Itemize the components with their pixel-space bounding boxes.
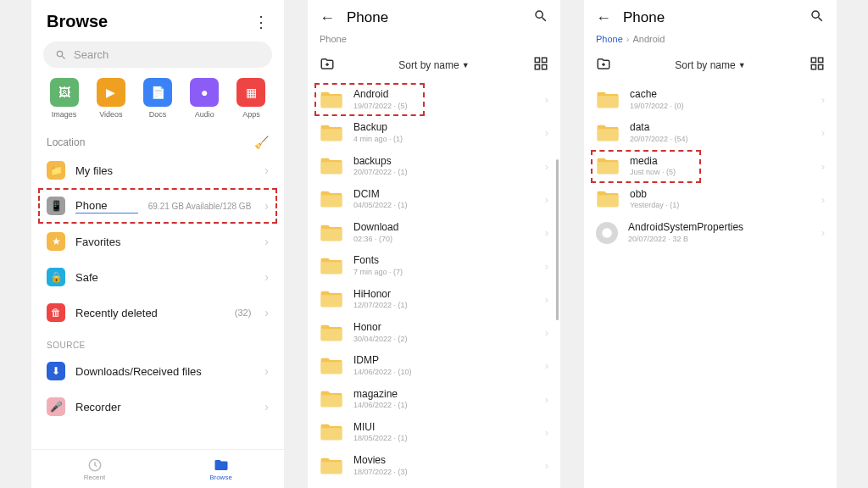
- file-item[interactable]: backups20/07/2022 · (1)›: [308, 150, 560, 183]
- chevron-right-icon: ›: [264, 270, 269, 284]
- file-item[interactable]: DCIM04/05/2022 · (1)›: [308, 183, 560, 216]
- folder-icon: [320, 423, 343, 441]
- chevron-right-icon: ›: [264, 364, 269, 378]
- chevron-right-icon: ›: [264, 235, 269, 248]
- category-docs[interactable]: 📄Docs: [136, 78, 178, 119]
- location-section-label: Location: [47, 136, 85, 148]
- chevron-right-icon: ›: [264, 164, 269, 177]
- file-item[interactable]: HiHonor12/07/2022 · (1)›: [308, 283, 560, 316]
- search-placeholder: Search: [74, 48, 108, 61]
- lock-icon: 🔒: [47, 268, 65, 286]
- chevron-right-icon: ›: [545, 326, 548, 339]
- panel-browse: Browse ⋮ Search 🖼Images▶Videos📄Docs●Audi…: [31, 0, 284, 488]
- file-item[interactable]: Android19/07/2022 · (5)›: [308, 83, 560, 116]
- svg-rect-6: [818, 58, 822, 62]
- category-audio[interactable]: ●Audio: [184, 78, 225, 119]
- folder-icon: 📁: [47, 161, 65, 180]
- search-icon: [55, 49, 67, 61]
- page-title: Phone: [347, 9, 521, 26]
- back-icon[interactable]: ←: [596, 9, 611, 27]
- search-icon[interactable]: [810, 8, 825, 27]
- chevron-right-icon: ›: [545, 93, 548, 106]
- chevron-right-icon: ›: [545, 426, 548, 439]
- folder-icon: [596, 91, 620, 109]
- download-icon: ⬇: [47, 362, 65, 380]
- file-item[interactable]: obbYesterday · (1)›: [584, 183, 837, 216]
- new-folder-icon[interactable]: [596, 56, 611, 75]
- file-item[interactable]: mediaJust now · (5)›: [584, 150, 837, 183]
- location-phone[interactable]: 📱Phone69.21 GB Available/128 GB›: [31, 188, 284, 224]
- file-item[interactable]: MIUI18/05/2022 · (1)›: [308, 416, 560, 449]
- grid-view-icon[interactable]: [810, 56, 825, 75]
- folder-icon: [320, 190, 343, 208]
- file-item[interactable]: Movies18/07/2022 · (3)›: [308, 449, 560, 482]
- search-input[interactable]: Search: [43, 42, 272, 68]
- panel-phone-root: ← Phone Phone Sort by name ▼ Android19/0…: [308, 0, 560, 488]
- chevron-right-icon: ›: [545, 359, 548, 372]
- nav-recent[interactable]: Recent: [31, 450, 158, 488]
- file-list: cache19/07/2022 · (0)›data20/07/2022 · (…: [584, 83, 837, 488]
- search-icon[interactable]: [533, 8, 548, 27]
- back-icon[interactable]: ←: [320, 9, 335, 27]
- file-item[interactable]: Honor30/04/2022 · (2)›: [308, 316, 560, 349]
- source-list: ⬇Downloads/Received files›🎤Recorder›: [31, 353, 284, 424]
- svg-rect-2: [542, 58, 546, 62]
- folder-icon: [320, 224, 343, 242]
- sort-dropdown[interactable]: Sort by name ▼: [675, 59, 745, 71]
- phone-icon: 📱: [47, 197, 65, 215]
- folder-icon: [320, 257, 343, 275]
- page-title: Phone: [623, 9, 798, 26]
- chevron-right-icon: ›: [821, 193, 825, 206]
- category-videos[interactable]: ▶Videos: [90, 78, 131, 119]
- svg-rect-7: [811, 65, 815, 69]
- chevron-right-icon: ›: [821, 93, 825, 106]
- cleanup-icon[interactable]: 🧹: [254, 136, 269, 149]
- more-menu-icon[interactable]: ⋮: [253, 13, 269, 31]
- location-favorites[interactable]: ★Favorites›: [31, 224, 284, 259]
- breadcrumb[interactable]: Phone: [308, 32, 560, 51]
- new-folder-icon[interactable]: [320, 56, 335, 75]
- file-item[interactable]: cache19/07/2022 · (0)›: [584, 83, 837, 116]
- category-images[interactable]: 🖼Images: [43, 78, 85, 119]
- location-recently-deleted[interactable]: 🗑Recently deleted(32)›: [31, 295, 284, 330]
- folder-icon: [320, 157, 343, 175]
- chevron-right-icon: ›: [264, 306, 269, 319]
- folder-icon: [320, 124, 343, 142]
- trash-icon: 🗑: [47, 303, 65, 322]
- location-safe[interactable]: 🔒Safe›: [31, 259, 284, 295]
- chevron-right-icon: ›: [264, 199, 269, 213]
- file-item[interactable]: Backup4 min ago · (1)›: [308, 116, 560, 149]
- file-item[interactable]: Music13/07/2022 · (2)›: [308, 482, 560, 488]
- grid-view-icon[interactable]: [533, 56, 548, 75]
- chevron-right-icon: ›: [821, 160, 825, 173]
- chevron-right-icon: ›: [821, 226, 825, 239]
- file-item[interactable]: Fonts7 min ago · (7)›: [308, 249, 560, 282]
- chevron-right-icon: ›: [545, 393, 548, 406]
- chevron-right-icon: ›: [545, 126, 548, 139]
- chevron-right-icon: ›: [545, 160, 548, 173]
- source-section-label: SOURCE: [31, 330, 284, 353]
- location-my-files[interactable]: 📁My files›: [31, 152, 284, 188]
- source-recorder[interactable]: 🎤Recorder›: [31, 389, 284, 424]
- svg-rect-4: [542, 65, 546, 69]
- breadcrumb[interactable]: Phone›Android: [584, 32, 837, 51]
- sort-dropdown[interactable]: Sort by name ▼: [398, 59, 469, 71]
- file-item[interactable]: Download02:36 · (70)›: [308, 216, 560, 249]
- folder-icon: [596, 124, 620, 142]
- folder-icon: [320, 457, 343, 475]
- file-item[interactable]: IDMP14/06/2022 · (10)›: [308, 349, 560, 382]
- file-item[interactable]: magazine14/06/2022 · (1)›: [308, 383, 560, 416]
- category-apps[interactable]: ▦Apps: [231, 78, 272, 119]
- svg-rect-3: [535, 65, 539, 69]
- folder-icon: [596, 157, 620, 175]
- source-downloads-received-files[interactable]: ⬇Downloads/Received files›: [31, 353, 284, 389]
- system-file-icon: [596, 222, 618, 244]
- clock-icon: [87, 458, 103, 473]
- page-title: Browse: [47, 12, 108, 31]
- folder-icon: [320, 324, 343, 342]
- file-item[interactable]: data20/07/2022 · (54)›: [584, 116, 837, 149]
- folder-icon: [320, 357, 343, 375]
- file-item[interactable]: AndroidSystemProperties20/07/2022 · 32 B…: [584, 216, 837, 249]
- star-icon: ★: [47, 232, 65, 251]
- nav-browse[interactable]: Browse: [158, 450, 284, 488]
